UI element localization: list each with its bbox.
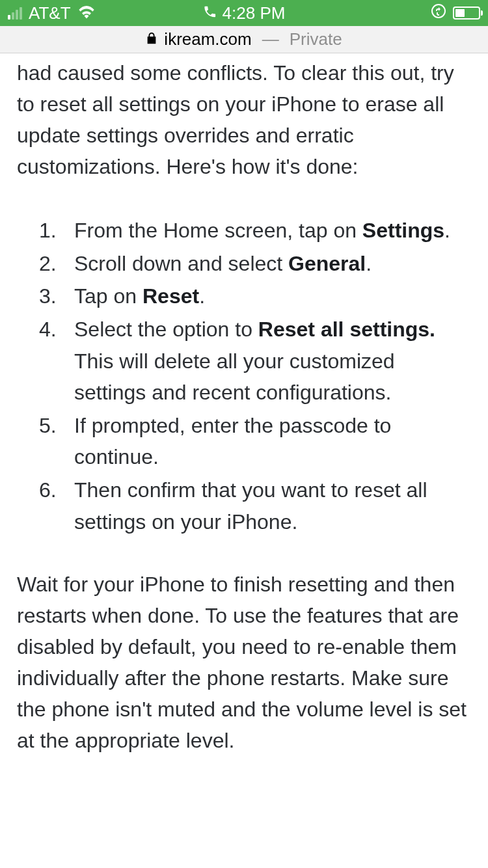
step-number: 5. (39, 410, 74, 473)
wifi-icon (77, 3, 96, 23)
step-item: 6.Then confirm that you want to reset al… (39, 474, 471, 537)
closing-paragraph: Wait for your iPhone to finish resetting… (17, 569, 471, 756)
step-text: Scroll down and select General. (74, 248, 471, 280)
clock-time: 4:28 PM (223, 3, 286, 23)
intro-paragraph: had caused some conflicts. To clear this… (17, 57, 471, 182)
step-number: 3. (39, 280, 74, 312)
step-number: 6. (39, 474, 74, 537)
step-number: 1. (39, 215, 74, 247)
step-item: 5.If prompted, enter the passcode to con… (39, 410, 471, 473)
url-mode: Private (290, 29, 342, 49)
phone-icon (203, 3, 217, 23)
status-bar: AT&T 4:28 PM (0, 0, 488, 26)
step-bold-term: Reset all settings. (258, 318, 435, 341)
step-bold-term: Reset (142, 284, 199, 308)
step-item: 4.Select the option to Reset all setting… (39, 314, 471, 409)
signal-bars-icon (8, 7, 22, 20)
step-text: If prompted, enter the passcode to conti… (74, 410, 471, 473)
lock-icon (146, 29, 157, 49)
status-right (431, 3, 480, 23)
step-text: Then confirm that you want to reset all … (74, 474, 471, 537)
url-bar[interactable]: ikream.com — Private (0, 26, 488, 53)
step-item: 2.Scroll down and select General. (39, 248, 471, 280)
battery-icon (453, 7, 480, 20)
step-item: 3.Tap on Reset. (39, 280, 471, 312)
step-text: Select the option to Reset all settings.… (74, 314, 471, 409)
orientation-lock-icon (431, 3, 446, 23)
step-number: 4. (39, 314, 74, 409)
steps-list: 1.From the Home screen, tap on Settings.… (17, 215, 471, 537)
status-center: 4:28 PM (203, 3, 286, 23)
step-text: From the Home screen, tap on Settings. (74, 215, 471, 247)
step-number: 2. (39, 248, 74, 280)
step-bold-term: General (288, 252, 366, 275)
step-text: Tap on Reset. (74, 280, 471, 312)
url-separator: — (258, 29, 283, 49)
status-left: AT&T (8, 3, 96, 23)
page-content[interactable]: had caused some conflicts. To clear this… (0, 53, 488, 769)
step-bold-term: Settings (362, 219, 444, 242)
url-domain: ikream.com (164, 29, 251, 49)
step-item: 1.From the Home screen, tap on Settings. (39, 215, 471, 247)
carrier-label: AT&T (29, 3, 71, 23)
